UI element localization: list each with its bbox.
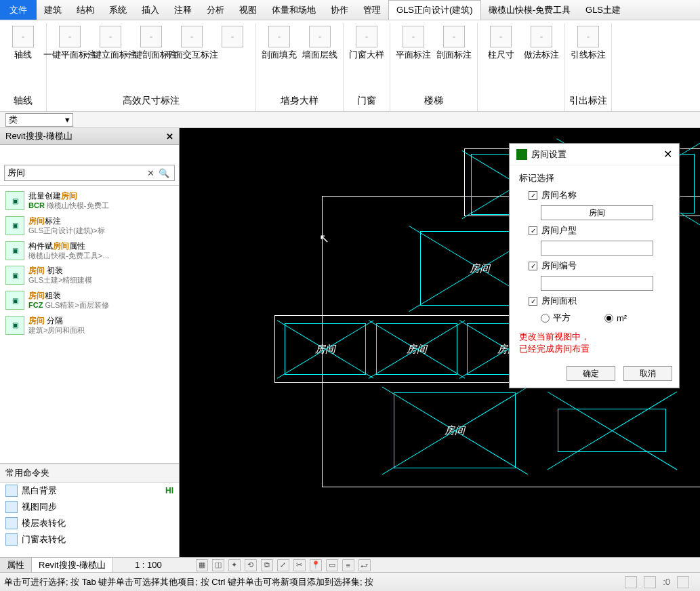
ribbon-button[interactable]: ▫一键立面标注 bbox=[91, 24, 129, 62]
combo-value: 类 bbox=[9, 114, 18, 126]
tab-properties[interactable]: 属性 bbox=[0, 558, 32, 572]
ribbon-button[interactable]: ▫柱尺寸 bbox=[482, 24, 520, 62]
checkbox-room-type[interactable]: ✓ bbox=[529, 226, 537, 235]
status-icon[interactable] bbox=[625, 576, 637, 588]
viewtool-icon[interactable]: ⟲ bbox=[245, 559, 257, 571]
result-icon: ▣ bbox=[5, 191, 24, 210]
search-result-item[interactable]: ▣房间 初装GLS土建>精细建模 bbox=[1, 263, 178, 288]
menu-item[interactable]: 注释 bbox=[167, 0, 199, 20]
ribbon-button[interactable]: ▫一键剖面标注 bbox=[132, 24, 170, 62]
checkbox-room-number[interactable]: ✓ bbox=[529, 262, 537, 270]
ribbon-button[interactable]: ▫剖面标注 bbox=[435, 24, 473, 62]
cmd-label: 视图同步 bbox=[22, 501, 57, 513]
menu-item[interactable]: 协作 bbox=[323, 0, 356, 20]
search-result-item[interactable]: ▣房间标注GLS正向设计(建筑)>标 bbox=[1, 213, 178, 239]
ribbon-button[interactable]: ▫轴线 bbox=[4, 24, 42, 62]
label-radio-m2: m² bbox=[617, 313, 627, 323]
cmd-item[interactable]: 楼层表转化 bbox=[0, 515, 179, 531]
room-label: 房间 bbox=[445, 424, 465, 437]
ribbon-button[interactable]: ▫墙面层线 bbox=[301, 24, 339, 62]
menu-item[interactable]: 管理 bbox=[356, 0, 388, 20]
close-icon[interactable]: ✕ bbox=[663, 148, 672, 161]
viewtool-icon[interactable]: ◫ bbox=[212, 559, 224, 571]
label-radio-sq: 平方 bbox=[553, 312, 571, 324]
status-text: 单击可进行选择; 按 Tab 键并单击可选择其他项目; 按 Ctrl 键并单击可… bbox=[4, 576, 373, 588]
result-icon: ▣ bbox=[5, 291, 24, 310]
cmd-item[interactable]: 视图同步 bbox=[0, 499, 179, 515]
menu-item[interactable]: GLS土建 bbox=[578, 0, 628, 20]
room-rect[interactable] bbox=[558, 409, 666, 452]
status-icon[interactable] bbox=[677, 576, 689, 588]
bottom-tab-bar: 属性 Revit搜搜-橄榄山 1 : 100 ▦ ◫ ✦ ⟲ ⧉ ⤢ ✂ 📍 ▭… bbox=[0, 557, 700, 572]
ribbon-group-label: 高效尺寸标注 bbox=[123, 92, 180, 111]
ribbon-button[interactable]: ▫平面标注 bbox=[394, 24, 432, 62]
search-result-item[interactable]: ▣构件赋房间属性橄榄山快模-免费工具>… bbox=[1, 239, 178, 264]
result-icon: ▣ bbox=[5, 216, 24, 235]
menu-item[interactable]: GLS正向设计(建筑) bbox=[388, 0, 481, 20]
menu-item[interactable]: 建筑 bbox=[37, 0, 69, 20]
viewtool-icon[interactable]: ▦ bbox=[196, 559, 208, 571]
drawing-canvas[interactable]: 房间房间房间房间房间 ↖ 房间设置 ✕ 标记选择 ✓ 房间名称 ✓ 房间户型 bbox=[180, 128, 700, 557]
room-rect[interactable]: 房间 bbox=[285, 323, 366, 375]
room-label: 房间 bbox=[407, 343, 427, 356]
ribbon-button[interactable]: ▫引线标注 bbox=[569, 24, 607, 62]
search-result-item[interactable]: ▣房间 分隔建筑>房间和面积 bbox=[1, 313, 178, 338]
ribbon-button[interactable]: ▫做法标注 bbox=[522, 24, 560, 62]
search-result-item[interactable]: ▣房间粗装FCZGLS精装>面层装修 bbox=[1, 288, 178, 313]
radio-m2[interactable] bbox=[604, 314, 613, 323]
menu-item[interactable]: 分析 bbox=[199, 0, 232, 20]
viewtool-icon[interactable]: ⧉ bbox=[261, 559, 273, 571]
checkbox-room-name[interactable]: ✓ bbox=[529, 191, 537, 200]
ribbon-button[interactable]: ▫剖面填充 bbox=[260, 24, 298, 62]
dialog-warning: 更改当前视图中， 已经完成房间布置 bbox=[519, 327, 670, 355]
clear-icon[interactable]: ✕ bbox=[145, 168, 157, 178]
room-rect[interactable]: 房间 bbox=[394, 392, 516, 468]
type-combo[interactable]: 类 ▾ bbox=[5, 113, 73, 127]
ok-button[interactable]: 确定 bbox=[567, 366, 615, 381]
room-settings-dialog: 房间设置 ✕ 标记选择 ✓ 房间名称 ✓ 房间户型 ✓ 房间编号 bbox=[509, 143, 680, 388]
ribbon-button[interactable]: ▫门窗大样 bbox=[348, 24, 386, 62]
input-room-number[interactable] bbox=[541, 276, 653, 291]
ribbon-button-label: 柱尺寸 bbox=[488, 50, 514, 60]
cancel-button[interactable]: 取消 bbox=[623, 366, 672, 381]
search-input[interactable] bbox=[7, 168, 145, 178]
cmd-icon bbox=[5, 517, 18, 529]
ribbon-icon: ▫ bbox=[309, 26, 331, 47]
menu-item[interactable]: 视图 bbox=[232, 0, 264, 20]
cmd-item[interactable]: 黑白背景HI bbox=[0, 483, 179, 499]
search-result-item[interactable]: ▣批量创建房间BCR橄榄山快模-免费工 bbox=[1, 188, 178, 213]
menu-item[interactable]: 插入 bbox=[134, 0, 167, 20]
tab-revit-search[interactable]: Revit搜搜-橄榄山 bbox=[32, 558, 113, 572]
input-room-name[interactable] bbox=[541, 205, 653, 220]
ribbon-button[interactable]: ▫ bbox=[213, 24, 251, 52]
room-rect[interactable]: 房间 bbox=[376, 323, 457, 375]
section-label: 标记选择 bbox=[519, 169, 670, 187]
menu-item[interactable]: 体量和场地 bbox=[264, 0, 323, 20]
checkbox-room-area[interactable]: ✓ bbox=[529, 297, 537, 306]
menu-file[interactable]: 文件 bbox=[0, 0, 37, 20]
cmd-icon bbox=[5, 485, 18, 497]
label-room-name: 房间名称 bbox=[541, 189, 577, 201]
viewtool-icon[interactable]: 📍 bbox=[310, 559, 322, 571]
ribbon-button[interactable]: ▫平面交互标注 bbox=[173, 24, 211, 62]
ribbon-button-label: 平面交互标注 bbox=[165, 50, 218, 60]
menu-item[interactable]: 系统 bbox=[102, 0, 134, 20]
viewtool-icon[interactable]: ✦ bbox=[228, 559, 241, 571]
close-icon[interactable]: ✕ bbox=[166, 131, 173, 142]
input-room-type[interactable] bbox=[541, 241, 653, 256]
viewtool-icon[interactable]: ≡ bbox=[342, 559, 354, 571]
cmd-folder-title: 常用命令夹 bbox=[0, 464, 179, 483]
menu-item[interactable]: 结构 bbox=[69, 0, 102, 20]
cmd-item[interactable]: 门窗表转化 bbox=[0, 531, 179, 548]
search-icon[interactable]: 🔍 bbox=[157, 168, 171, 178]
scale-display[interactable]: 1 : 100 bbox=[128, 558, 169, 572]
viewtool-icon[interactable]: ▭ bbox=[326, 559, 338, 571]
ribbon-button[interactable]: ▫一键平面标注 bbox=[51, 24, 89, 62]
viewtool-icon[interactable]: ⮐ bbox=[358, 559, 371, 571]
viewtool-icon[interactable]: ⤢ bbox=[277, 559, 289, 571]
menu-item[interactable]: 橄榄山快模-免费工具 bbox=[481, 0, 578, 20]
viewtool-icon[interactable]: ✂ bbox=[293, 559, 306, 571]
status-icon[interactable] bbox=[644, 576, 656, 588]
sidebar-title: Revit搜搜-橄榄山 bbox=[5, 130, 73, 142]
radio-sq[interactable] bbox=[541, 314, 550, 323]
